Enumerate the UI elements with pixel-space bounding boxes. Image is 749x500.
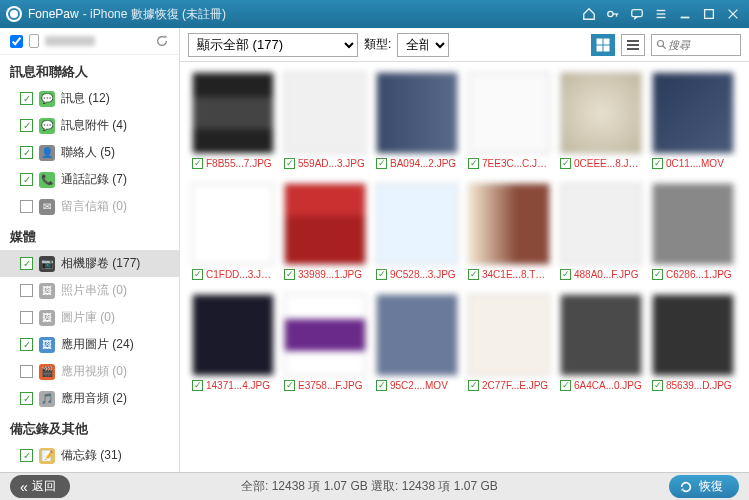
file-checkbox[interactable]	[560, 158, 571, 169]
file-checkbox[interactable]	[284, 158, 295, 169]
thumbnail-cell[interactable]: F8B55...7.JPG	[192, 72, 274, 169]
sidebar-item[interactable]: 🖼圖片庫 (0)	[0, 304, 179, 331]
thumbnail-image[interactable]	[284, 183, 366, 265]
sidebar-item-label: 訊息 (12)	[61, 90, 110, 107]
category-icon: 🎵	[39, 391, 55, 407]
sidebar-item[interactable]: 🎵應用音頻 (2)	[0, 385, 179, 412]
thumbnail-image[interactable]	[376, 183, 458, 265]
checkbox-icon[interactable]	[20, 200, 33, 213]
file-checkbox[interactable]	[652, 380, 663, 391]
checkbox-icon[interactable]	[20, 146, 33, 159]
checkbox-icon[interactable]	[20, 284, 33, 297]
thumbnail-image[interactable]	[560, 294, 642, 376]
thumbnail-cell[interactable]: 7EE3C...C.JPG	[468, 72, 550, 169]
back-button[interactable]: 返回	[10, 475, 70, 498]
file-name: 7EE3C...C.JPG	[482, 158, 550, 169]
sidebar-item[interactable]: 👤聯絡人 (5)	[0, 139, 179, 166]
thumbnail-cell[interactable]: 2C77F...E.JPG	[468, 294, 550, 391]
file-checkbox[interactable]	[468, 380, 479, 391]
close-icon[interactable]	[723, 4, 743, 24]
thumbnail-image[interactable]	[192, 183, 274, 265]
thumbnail-cell[interactable]: 0CEEE...8.JPG	[560, 72, 642, 169]
sidebar-item[interactable]: ✉留言信箱 (0)	[0, 193, 179, 220]
file-checkbox[interactable]	[284, 269, 295, 280]
file-checkbox[interactable]	[376, 158, 387, 169]
thumbnail-image[interactable]	[192, 72, 274, 154]
file-checkbox[interactable]	[468, 269, 479, 280]
thumbnail-image[interactable]	[652, 294, 734, 376]
sidebar-item[interactable]: 📎備忘錄附件 (8)	[0, 469, 179, 472]
thumbnail-image[interactable]	[652, 72, 734, 154]
thumbnail-cell[interactable]: 0C11....MOV	[652, 72, 734, 169]
sidebar-item[interactable]: 📝備忘錄 (31)	[0, 442, 179, 469]
menu-icon[interactable]	[651, 4, 671, 24]
thumbnail-image[interactable]	[560, 72, 642, 154]
thumbnail-cell[interactable]: BA094...2.JPG	[376, 72, 458, 169]
thumbnail-image[interactable]	[560, 183, 642, 265]
checkbox-icon[interactable]	[20, 311, 33, 324]
thumbnail-cell[interactable]: 9C528...3.JPG	[376, 183, 458, 280]
file-checkbox[interactable]	[192, 380, 203, 391]
thumbnail-image[interactable]	[376, 72, 458, 154]
file-checkbox[interactable]	[652, 158, 663, 169]
thumbnail-image[interactable]	[192, 294, 274, 376]
sidebar-item[interactable]: 🖼照片串流 (0)	[0, 277, 179, 304]
file-checkbox[interactable]	[376, 380, 387, 391]
sidebar-item[interactable]: 💬訊息附件 (4)	[0, 112, 179, 139]
file-checkbox[interactable]	[192, 158, 203, 169]
minimize-icon[interactable]	[675, 4, 695, 24]
thumbnail-image[interactable]	[468, 183, 550, 265]
file-checkbox[interactable]	[560, 269, 571, 280]
display-filter-select[interactable]: 顯示全部 (177)	[188, 33, 358, 57]
thumbnail-image[interactable]	[468, 294, 550, 376]
file-name: 6A4CA...0.JPG	[574, 380, 642, 391]
sidebar-item[interactable]: 🎬應用視頻 (0)	[0, 358, 179, 385]
home-icon[interactable]	[579, 4, 599, 24]
checkbox-icon[interactable]	[20, 338, 33, 351]
file-checkbox[interactable]	[376, 269, 387, 280]
file-checkbox[interactable]	[468, 158, 479, 169]
type-filter-select[interactable]: 全部	[397, 33, 449, 57]
sidebar-item[interactable]: 📷相機膠卷 (177)	[0, 250, 179, 277]
recover-button[interactable]: 恢復	[669, 475, 739, 498]
list-view-button[interactable]	[621, 34, 645, 56]
file-checkbox[interactable]	[284, 380, 295, 391]
thumbnail-image[interactable]	[284, 294, 366, 376]
file-checkbox[interactable]	[192, 269, 203, 280]
checkbox-icon[interactable]	[20, 173, 33, 186]
thumbnail-cell[interactable]: C1FDD...3.JPG	[192, 183, 274, 280]
key-icon[interactable]	[603, 4, 623, 24]
checkbox-icon[interactable]	[20, 365, 33, 378]
thumbnail-cell[interactable]: 33989...1.JPG	[284, 183, 366, 280]
search-input[interactable]	[668, 39, 728, 51]
thumbnail-cell[interactable]: C6286...1.JPG	[652, 183, 734, 280]
thumbnail-cell[interactable]: E3758...F.JPG	[284, 294, 366, 391]
grid-view-button[interactable]	[591, 34, 615, 56]
maximize-icon[interactable]	[699, 4, 719, 24]
thumbnail-image[interactable]	[376, 294, 458, 376]
sidebar-item[interactable]: 🖼應用圖片 (24)	[0, 331, 179, 358]
thumbnail-cell[interactable]: 559AD...3.JPG	[284, 72, 366, 169]
thumbnail-cell[interactable]: 14371...4.JPG	[192, 294, 274, 391]
thumbnail-image[interactable]	[652, 183, 734, 265]
file-checkbox[interactable]	[652, 269, 663, 280]
file-name: 33989...1.JPG	[298, 269, 362, 280]
device-checkbox[interactable]	[10, 35, 23, 48]
thumbnail-image[interactable]	[284, 72, 366, 154]
checkbox-icon[interactable]	[20, 92, 33, 105]
checkbox-icon[interactable]	[20, 392, 33, 405]
feedback-icon[interactable]	[627, 4, 647, 24]
thumbnail-cell[interactable]: 34C1E...8.THM	[468, 183, 550, 280]
file-checkbox[interactable]	[560, 380, 571, 391]
thumbnail-cell[interactable]: 95C2....MOV	[376, 294, 458, 391]
checkbox-icon[interactable]	[20, 257, 33, 270]
thumbnail-cell[interactable]: 85639...D.JPG	[652, 294, 734, 391]
sidebar-item[interactable]: 📞通話記錄 (7)	[0, 166, 179, 193]
refresh-icon[interactable]	[155, 34, 169, 48]
thumbnail-cell[interactable]: 6A4CA...0.JPG	[560, 294, 642, 391]
checkbox-icon[interactable]	[20, 119, 33, 132]
thumbnail-image[interactable]	[468, 72, 550, 154]
checkbox-icon[interactable]	[20, 449, 33, 462]
thumbnail-cell[interactable]: 488A0...F.JPG	[560, 183, 642, 280]
sidebar-item[interactable]: 💬訊息 (12)	[0, 85, 179, 112]
